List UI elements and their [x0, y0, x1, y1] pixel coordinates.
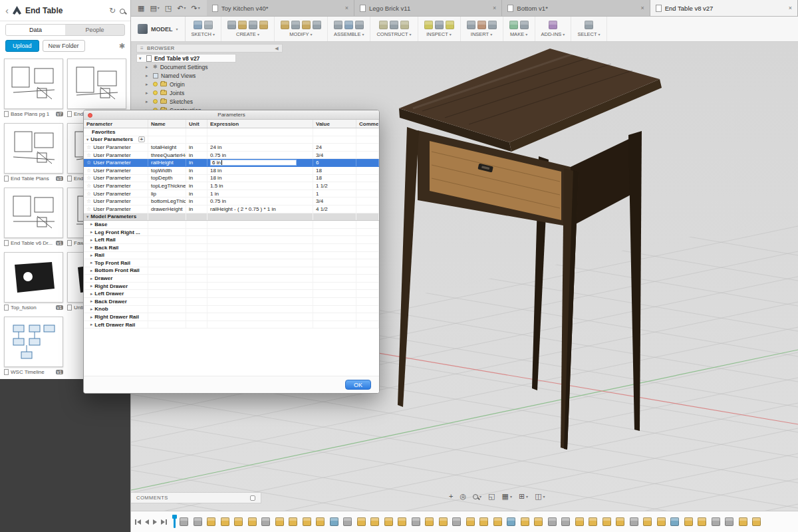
tool-icon[interactable]	[249, 21, 257, 29]
toolbar-menu-label[interactable]: ADD-INS▾	[541, 31, 565, 37]
workspace-switcher[interactable]: MODEL ▾	[131, 17, 186, 41]
timeline-feature-icon[interactable]	[493, 517, 502, 526]
timeline-feature-icon[interactable]	[343, 517, 352, 526]
parameter-row-topWidth[interactable]: ☆User ParametertopWidthin 18 in18	[84, 167, 379, 175]
timeline-feature-icon[interactable]	[384, 517, 393, 526]
tool-icon[interactable]	[194, 21, 202, 29]
tool-icon[interactable]	[334, 21, 342, 29]
timeline-feature-icon[interactable]	[712, 517, 720, 526]
timeline-feature-icon[interactable]	[466, 517, 475, 526]
timeline-feature-icon[interactable]	[684, 517, 693, 526]
tool-icon[interactable]	[585, 21, 593, 29]
toolbar-menu-label[interactable]: MAKE▾	[510, 31, 527, 37]
timeline-feature-icon[interactable]	[670, 517, 679, 526]
model-group-BackDrawer[interactable]: ▸Back Drawer	[84, 298, 379, 306]
favorites-row[interactable]: Favorites	[84, 128, 379, 136]
skip-to-start-icon[interactable]	[135, 519, 141, 525]
timeline-feature-icon[interactable]	[207, 517, 215, 526]
model-group-Rail[interactable]: ▸Rail	[84, 252, 379, 260]
undo-icon[interactable]: ↶▾	[177, 5, 186, 12]
tool-icon[interactable]	[313, 21, 321, 29]
tool-icon[interactable]	[390, 21, 398, 29]
app-menu-icon[interactable]: ▦	[138, 5, 144, 12]
document-tab[interactable]: Toy Kitchen v40* ×	[207, 0, 354, 16]
visibility-bulb-icon[interactable]	[153, 99, 158, 104]
project-item[interactable]: Top_fusion v1	[4, 252, 63, 311]
drag-grip-icon[interactable]: ≡	[140, 45, 144, 51]
timeline-feature-icon[interactable]	[616, 517, 624, 526]
model-group-LeftDrawer[interactable]: ▸Left Drawer	[84, 290, 379, 298]
tool-icon[interactable]	[355, 21, 364, 29]
new-document-icon[interactable]: ▤▾	[150, 5, 159, 12]
tool-icon[interactable]	[477, 21, 486, 29]
model-group-Base[interactable]: ▸Base	[84, 221, 379, 229]
project-item[interactable]: WSC Timeline v1	[4, 317, 63, 375]
model-group-RightDrawerRail[interactable]: ▸Right Drawer Rail	[84, 313, 379, 321]
column-header[interactable]: Unit	[186, 120, 207, 128]
toolbar-menu-label[interactable]: INSPECT▾	[426, 31, 452, 37]
timeline-feature-icon[interactable]	[194, 517, 202, 526]
timeline-feature-icon[interactable]	[507, 517, 515, 526]
tool-icon[interactable]	[204, 21, 213, 29]
timeline-feature-icon[interactable]	[398, 517, 406, 526]
toolbar-menu-label[interactable]: CREATE▾	[236, 31, 259, 37]
project-item[interactable]: End Table v6 Dr... v1	[4, 188, 63, 246]
favorite-star-icon[interactable]: ☆	[86, 160, 91, 166]
timeline-feature-icon[interactable]	[589, 517, 597, 526]
tool-icon[interactable]	[549, 21, 557, 29]
data-panel-tab-people[interactable]: People	[65, 25, 124, 35]
timeline-feature-icon[interactable]	[575, 517, 584, 526]
timeline-feature-icon[interactable]	[630, 517, 638, 526]
parameter-row-railHeight[interactable]: ☆User ParameterrailHeightin 6 in6	[84, 159, 379, 167]
close-tab-icon[interactable]: ×	[789, 5, 792, 11]
skip-to-end-icon[interactable]	[161, 519, 167, 525]
document-tab[interactable]: Lego Brick v11 ×	[354, 0, 502, 16]
close-tab-icon[interactable]: ×	[640, 5, 644, 11]
parameters-dialog-titlebar[interactable]: Parameters	[84, 110, 379, 120]
tool-icon[interactable]	[446, 21, 454, 29]
timeline-feature-icon[interactable]	[289, 517, 297, 526]
timeline-feature-icon[interactable]	[739, 517, 747, 526]
user-parameters-header[interactable]: ▾User Parameters+	[84, 136, 379, 144]
toolbar-menu-label[interactable]: ASSEMBLE▾	[334, 31, 364, 37]
timeline-feature-icon[interactable]	[698, 517, 706, 526]
save-icon[interactable]: ◳	[165, 5, 172, 12]
parameter-row-totalHeight[interactable]: ☆User ParametertotalHeightin 24 in24	[84, 144, 379, 152]
column-header[interactable]: Comments	[356, 120, 379, 128]
data-panel-tab-data[interactable]: Data	[6, 25, 65, 35]
close-dialog-icon[interactable]	[88, 113, 92, 118]
tool-icon[interactable]	[424, 21, 433, 29]
model-group-LegFrontRight[interactable]: ▸Leg Front Right ...	[84, 229, 379, 237]
favorite-star-icon[interactable]: ☆	[86, 206, 91, 212]
timeline-feature-icon[interactable]	[412, 517, 420, 526]
step-back-icon[interactable]	[145, 519, 149, 525]
column-header[interactable]: Parameter	[84, 120, 148, 128]
favorite-star-icon[interactable]: ☆	[86, 175, 91, 181]
tool-icon[interactable]	[467, 21, 475, 29]
model-group-LeftRail[interactable]: ▸Left Rail	[84, 236, 379, 244]
expand-icon[interactable]: ▸	[146, 65, 150, 70]
favorite-star-icon[interactable]: ☆	[86, 198, 91, 204]
timeline-feature-icon[interactable]	[643, 517, 652, 526]
toolbar-menu-label[interactable]: SELECT▾	[577, 31, 600, 37]
parameter-row-bottomLegThick[interactable]: ☆User ParameterbottomLegThick...in 0.75 …	[84, 198, 379, 205]
model-group-TopFrontRail[interactable]: ▸Top Front Rail	[84, 259, 379, 267]
timeline-feature-icon[interactable]	[234, 517, 243, 526]
parameter-row-drawerHeight[interactable]: ☆User ParameterdrawerHeightin railHeight…	[84, 205, 379, 213]
favorite-star-icon[interactable]: ☆	[86, 191, 91, 197]
browser-node[interactable]: ▸ ✱ Document Settings	[136, 63, 283, 71]
model-group-Drawer[interactable]: ▸Drawer	[84, 275, 379, 283]
browser-node[interactable]: ▸ Named Views	[136, 71, 283, 80]
favorite-star-icon[interactable]: ☆	[86, 152, 91, 158]
toolbar-menu-label[interactable]: SKETCH▾	[192, 31, 215, 37]
pan-icon[interactable]: +	[449, 493, 453, 500]
timeline-feature-icon[interactable]	[248, 517, 257, 526]
browser-node[interactable]: ▸ Joints	[136, 88, 283, 97]
toolbar-menu-label[interactable]: INSERT▾	[471, 31, 492, 37]
tool-icon[interactable]	[238, 21, 247, 29]
favorite-star-icon[interactable]: ☆	[86, 144, 91, 150]
document-tab[interactable]: End Table v8 v27 ×	[650, 0, 798, 16]
tool-icon[interactable]	[509, 21, 518, 29]
timeline-feature-icon[interactable]	[561, 517, 570, 526]
new-folder-button[interactable]: New Folder	[43, 40, 85, 52]
